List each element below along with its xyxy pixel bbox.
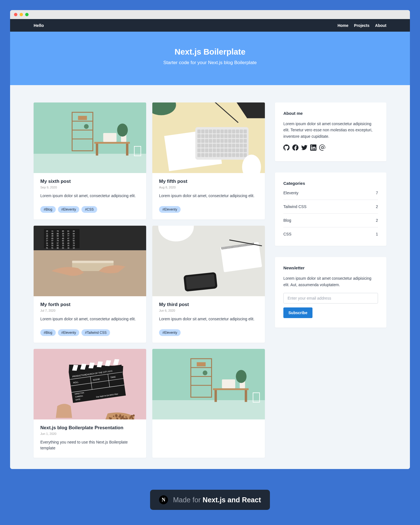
socials	[283, 144, 378, 152]
post-title: Next.js blog Boilerplate Presentation	[40, 425, 139, 431]
svg-rect-75	[209, 148, 212, 152]
svg-rect-32	[244, 129, 247, 133]
post-image	[152, 226, 265, 296]
svg-rect-88	[209, 153, 212, 157]
svg-rect-58	[244, 139, 247, 143]
tag[interactable]: #Eleventy	[159, 206, 181, 213]
svg-rect-96	[240, 153, 243, 157]
svg-rect-42	[232, 134, 235, 138]
svg-rect-33	[197, 134, 201, 138]
svg-rect-36	[209, 134, 212, 138]
svg-rect-43	[236, 134, 239, 138]
svg-rect-63	[213, 144, 216, 148]
linkedin-icon[interactable]	[310, 144, 316, 152]
tag[interactable]: #CSS	[81, 206, 97, 213]
about-heading: About me	[283, 111, 378, 116]
svg-point-197	[115, 414, 117, 417]
tag[interactable]: #Blog	[40, 329, 56, 336]
svg-rect-90	[217, 153, 220, 157]
nav-link-home[interactable]: Home	[337, 23, 348, 28]
post-date: Jun 1, 2020	[40, 432, 139, 435]
svg-text:20: 20	[62, 233, 64, 235]
svg-text:36: 36	[62, 242, 64, 244]
tag[interactable]: #Eleventy	[58, 329, 80, 336]
email-icon[interactable]	[319, 144, 325, 152]
post-image	[152, 349, 265, 419]
svg-rect-29	[232, 129, 235, 133]
svg-point-216	[122, 416, 123, 417]
svg-rect-22	[205, 129, 208, 133]
svg-point-188	[113, 416, 114, 417]
category-name: Blog	[283, 218, 291, 223]
svg-text:27: 27	[46, 240, 48, 242]
post-card[interactable]: My sixth postSep 9, 2020Lorem ipsum dolo…	[34, 102, 146, 220]
maximize-icon[interactable]	[25, 13, 29, 16]
svg-rect-35	[205, 134, 208, 138]
category-name: Eleventy	[283, 191, 298, 195]
categories-heading: Categories	[283, 181, 378, 186]
category-item[interactable]: Eleventy7	[283, 191, 378, 200]
tag[interactable]: #Eleventy	[58, 206, 80, 213]
github-icon[interactable]	[283, 144, 290, 152]
content: My sixth postSep 9, 2020Lorem ipsum dolo…	[10, 85, 410, 469]
svg-point-7	[84, 124, 89, 129]
tag[interactable]: #Eleventy	[159, 329, 181, 336]
category-count: 2	[376, 204, 378, 209]
svg-rect-26	[220, 129, 224, 133]
post-date: Jul 7, 2020	[40, 309, 139, 312]
subscribe-button[interactable]: Subscribe	[283, 307, 312, 318]
nav-link-about[interactable]: About	[375, 23, 386, 28]
nav-link-projects[interactable]: Projects	[354, 23, 369, 28]
svg-rect-68	[232, 144, 235, 148]
svg-text:79: 79	[57, 240, 59, 242]
titlebar	[10, 10, 410, 19]
svg-rect-54	[228, 139, 232, 143]
tag[interactable]: #Tailwind CSS	[81, 329, 110, 336]
svg-point-13	[117, 123, 128, 137]
svg-text:27: 27	[73, 237, 75, 239]
svg-text:31: 31	[46, 242, 48, 244]
svg-text:99: 99	[57, 235, 59, 237]
post-title: My forth post	[40, 302, 139, 307]
post-card[interactable]: My fifth postAug 8, 2020Lorem ipsum dolo…	[152, 102, 265, 220]
email-input[interactable]	[283, 293, 378, 304]
category-item[interactable]: CSS1	[283, 227, 378, 236]
svg-point-210	[129, 418, 131, 419]
post-card[interactable]: 2911798561241148882024642839997977332765…	[34, 226, 146, 343]
post-card[interactable]: My third postJun 6, 2020Lorem ipsum dolo…	[152, 226, 265, 343]
svg-rect-101	[34, 250, 146, 296]
svg-rect-232	[245, 390, 247, 402]
svg-rect-89	[213, 153, 216, 157]
brand[interactable]: Hello	[34, 23, 44, 28]
svg-rect-57	[240, 139, 243, 143]
svg-rect-95	[236, 153, 239, 157]
post-image	[152, 102, 265, 173]
post-excerpt: Lorem ipsum dolor sit amet, consectetur …	[40, 316, 139, 322]
svg-rect-92	[224, 153, 228, 157]
category-item[interactable]: Blog2	[283, 214, 378, 227]
category-item[interactable]: Tailwind CSS2	[283, 200, 378, 214]
svg-text:14: 14	[57, 237, 59, 239]
svg-text:51: 51	[51, 247, 53, 249]
svg-rect-40	[224, 134, 228, 138]
svg-rect-23	[209, 129, 212, 133]
twitter-icon[interactable]	[301, 144, 307, 152]
category-count: 1	[376, 232, 378, 236]
svg-rect-152	[72, 261, 114, 263]
svg-rect-50	[213, 139, 216, 143]
tag[interactable]: #Blog	[40, 206, 56, 213]
facebook-icon[interactable]	[292, 144, 298, 152]
post-card[interactable]	[152, 349, 265, 458]
post-date: Aug 8, 2020	[159, 186, 258, 189]
svg-rect-86	[201, 153, 205, 157]
svg-rect-21	[201, 129, 205, 133]
svg-rect-31	[240, 129, 243, 133]
svg-rect-44	[240, 134, 243, 138]
post-tags: #Blog#Eleventy#CSS	[40, 206, 139, 213]
post-card[interactable]: PRODUCTIONCHURCH OF THE CITY NYCROLLSCEN…	[34, 349, 146, 458]
post-title: My third post	[159, 302, 258, 307]
post-excerpt: Lorem ipsum dolor sit amet, consectetur …	[40, 193, 139, 199]
minimize-icon[interactable]	[20, 13, 23, 16]
close-icon[interactable]	[14, 13, 17, 16]
svg-text:65: 65	[51, 237, 53, 239]
